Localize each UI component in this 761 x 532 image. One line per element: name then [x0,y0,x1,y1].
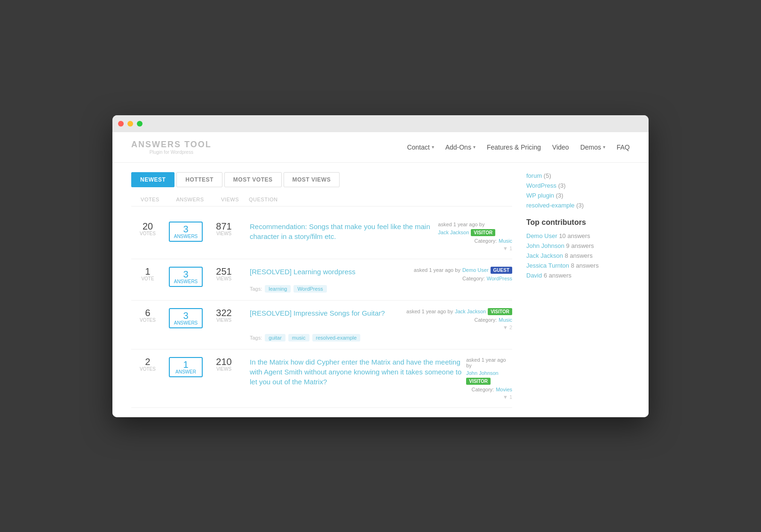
contributor-name[interactable]: Jessica Turnton [526,262,569,269]
sidebar-tag-WP plugin[interactable]: WP plugin (3) [526,192,630,199]
nav-item-add-ons[interactable]: Add-Ons▾ [445,143,476,151]
contributor-answers: 6 answers [544,272,571,279]
views-label-3: VIEWS [207,318,240,323]
question-author-3[interactable]: Jack Jackson [455,309,486,314]
right-col-2: asked 1 year ago by Demo User GUEST Cate… [414,267,512,281]
contributor-name[interactable]: Demo User [526,232,557,239]
contributors-list: Demo User 10 answersJohn Johnson 9 answe… [526,232,630,279]
contributor-jack-jackson: Jack Jackson 8 answers [526,252,630,259]
answers-number-3: 3 [170,311,202,320]
vote-heart-3: ▼ 2 [503,325,512,330]
views-box-2: 251 VIEWS [207,267,240,281]
tabs-container: NEWESTHOTTESTMOST VOTESMOST VIEWS [131,172,512,187]
sidebar-tags: forum (5)WordPress (3)WP plugin (3)resol… [526,172,630,209]
views-label-4: VIEWS [207,366,240,372]
answers-box-4: 1 ANSWER [169,357,203,377]
answers-label-4: ANSWER [170,369,202,374]
sidebar-tag-count: (5) [544,172,551,179]
tab-most-votes[interactable]: MOST VOTES [224,172,282,187]
sidebar-tag-WordPress[interactable]: WordPress (3) [526,182,630,189]
tag-WordPress[interactable]: WordPress [293,285,326,293]
tag-learning[interactable]: learning [265,285,291,293]
sidebar-tag-count: (3) [558,182,566,189]
nav-item-contact[interactable]: Contact▾ [407,143,434,151]
vote-heart-1: ▼ 1 [503,246,512,251]
sidebar-tag-resolved-example[interactable]: resolved-example (3) [526,202,630,209]
question-author-2[interactable]: Demo User [462,267,489,273]
logo-title[interactable]: ANSWERS TOOL [131,140,212,150]
asked-time-4: asked 1 year ago by [466,357,512,368]
close-icon[interactable] [118,121,124,127]
question-info-1: asked 1 year ago by Jack Jackson VISITOR [438,222,512,236]
vote-indicator-4: ▼ 1 [503,394,512,400]
right-col-4: asked 1 year ago by John Johnson VISITOR… [466,357,512,400]
sidebar-tag-label[interactable]: WordPress [526,182,556,189]
question-author-1[interactable]: Jack Jackson [438,230,469,235]
votes-box-1: 20 VOTES [131,222,164,236]
vote-indicator-1: ▼ 1 [503,246,512,251]
category-value-3[interactable]: Music [499,317,512,323]
views-label-2: VIEWS [207,276,240,281]
views-box-3: 322 VIEWS [207,308,240,323]
question-title-4[interactable]: In the Matrix how did Cypher enter the M… [250,357,466,387]
answers-box-1: 3 ANSWERS [169,222,203,242]
tags-label-3: Tags: [250,335,262,341]
minimize-icon[interactable] [127,121,133,127]
maximize-icon[interactable] [137,121,143,127]
question-author-4[interactable]: John Johnson [466,370,499,376]
app-window: ANSWERS TOOL Plugin for Wordpress Contac… [112,115,649,417]
question-title-2[interactable]: [RESOLVED] Learning wordpress [250,267,356,277]
answers-number-1: 3 [170,224,202,234]
tag-music[interactable]: music [288,334,309,341]
answers-label-1: ANSWERS [170,234,202,239]
vote-indicator-3: ▼ 2 [503,325,512,330]
tab-newest[interactable]: NEWEST [131,172,174,187]
answers-number-4: 1 [170,360,202,369]
tag-resolved-example[interactable]: resolved-example [312,334,361,341]
question-item-4: 2 VOTES 1 ANSWER 210 VIEWS In the Matrix… [131,349,512,408]
info-row-1: Recommendation: Songs that make you feel… [250,222,512,251]
tags-row-2: Tags: learningWordPress [250,285,512,293]
sidebar-tag-label[interactable]: resolved-example [526,202,575,209]
asked-time-1: asked 1 year ago by [438,222,484,227]
category-value-4[interactable]: Movies [496,387,512,392]
tags-row-3: Tags: guitarmusicresolved-example [250,334,512,341]
question-title-3[interactable]: [RESOLVED] Impressive Songs for Guitar? [250,308,385,318]
question-right-3: [RESOLVED] Impressive Songs for Guitar? … [250,308,512,341]
titlebar [112,115,649,132]
right-col-1: asked 1 year ago by Jack Jackson VISITOR… [438,222,512,251]
question-title-1[interactable]: Recommendation: Songs that make you feel… [250,222,438,241]
votes-label-3: VOTES [131,318,164,323]
tab-hottest[interactable]: HOTTEST [176,172,222,187]
question-item-3: 6 VOTES 3 ANSWERS 322 VIEWS [RESOLVED] I… [131,301,512,349]
nav-item-features---pricing[interactable]: Features & Pricing [487,143,541,151]
nav-item-demos[interactable]: Demos▾ [580,143,605,151]
category-value-2[interactable]: WordPress [487,276,512,281]
category-value-1[interactable]: Music [499,238,512,244]
category-info-3: Category: Music [475,317,512,323]
sidebar-tag-label[interactable]: forum [526,172,542,179]
views-number-4: 210 [207,357,240,366]
nav-item-video[interactable]: Video [552,143,569,151]
contributor-name[interactable]: John Johnson [526,242,564,249]
tag-guitar[interactable]: guitar [265,334,285,341]
answers-label-3: ANSWERS [170,320,202,326]
votes-number-2: 1 [131,267,164,276]
nav-item-faq[interactable]: FAQ [617,143,630,151]
contributor-name[interactable]: Jack Jackson [526,252,563,259]
question-right-1: Recommendation: Songs that make you feel… [250,222,512,251]
contributor-name[interactable]: David [526,272,542,279]
author-badge-2: GUEST [491,267,512,274]
answers-box-2: 3 ANSWERS [169,267,203,287]
votes-box-3: 6 VOTES [131,308,164,323]
answers-box-3: 3 ANSWERS [169,308,203,328]
sidebar-tag-forum[interactable]: forum (5) [526,172,630,179]
votes-box-4: 2 VOTES [131,357,164,372]
category-label-3: Category: [475,317,497,323]
vote-heart-4: ▼ 1 [503,394,512,400]
sidebar-tag-label[interactable]: WP plugin [526,192,554,199]
votes-number-4: 2 [131,357,164,366]
contributor-jessica-turnton: Jessica Turnton 8 answers [526,262,630,269]
category-info-1: Category: Music [475,238,512,244]
tab-most-views[interactable]: MOST VIEWS [284,172,340,187]
